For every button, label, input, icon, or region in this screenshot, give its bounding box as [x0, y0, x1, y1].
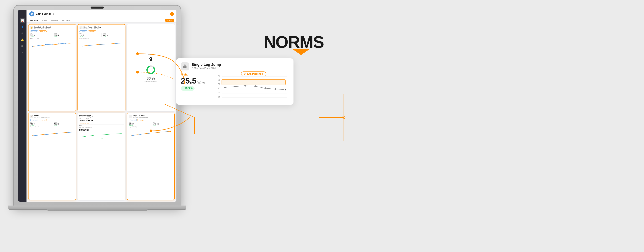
svg-point-31	[224, 86, 226, 88]
card-icon-knee-ext: 🦵	[30, 26, 33, 29]
tab-overview[interactable]: OVERVIEW	[29, 18, 38, 22]
cmj-change: ↑ 1.8%	[79, 138, 124, 139]
svg-point-2	[45, 44, 46, 45]
norms-card-icon	[181, 62, 189, 70]
pct-badges-knee-ext: ↗40th pct. ↘38th pct.	[30, 30, 74, 32]
page-wrapper: ⌂ 📊 👤 ⚙ 🔔 ▦ ≡ ZJ Zaine Jones	[0, 0, 644, 252]
card-subtitle-knee-flex: Max Force - Left & Right Side	[84, 28, 124, 29]
pct-badge-left-knee-ext: ↗40th pct.	[30, 30, 38, 32]
sidebar-item-person[interactable]: 👤	[20, 24, 25, 30]
value-left-nordic: 452 N	[30, 123, 50, 125]
sidebar-item-grid[interactable]: ▦	[20, 44, 25, 49]
card-single-leg-jump: ⬡ Single Leg Jump Max Jump Height (Imp-M…	[127, 113, 175, 200]
card-knee-flexion: 🏃 Knee Flexion - Standing Max Force - Le…	[78, 24, 126, 112]
norms-card: Single Leg Jump ⊙ Max Peak Power / BM ▾ …	[176, 58, 294, 105]
norms-body: Right 25.5 W/kg ↑ 18.3 % ⊙ 17th Percenti…	[181, 73, 289, 101]
patient-name: Zaine Jones	[36, 12, 51, 16]
tab-exercise[interactable]: EXERCISE	[50, 18, 59, 22]
label-left-slj: Left	[129, 122, 149, 123]
sidebar-item-layers[interactable]: ≡	[20, 50, 25, 55]
norms-section: NORMS Single Leg Jump ⊙	[176, 34, 327, 105]
tab-education[interactable]: EDUCATION	[62, 18, 72, 22]
value-right-nordic: 438 N	[54, 123, 74, 125]
app-ui: ⌂ 📊 👤 ⚙ 🔔 ▦ ≡ ZJ Zaine Jones	[18, 10, 176, 202]
chart-knee-ext	[30, 40, 74, 49]
sidebar-item-settings[interactable]: ⚙	[20, 31, 25, 36]
card-title-knee-ext: Knee Extension Seated	[34, 26, 74, 28]
metrics-knee-ext: Left 515 N ↑36.7% Right 502 N ↑7.5%	[30, 33, 74, 38]
card-title-knee-flex: Knee Flexion - Standing	[84, 26, 124, 28]
change-right-knee-flex: ↑0.7%	[103, 36, 124, 38]
svg-point-41	[342, 116, 345, 119]
cmj-value: 8.9W/kg	[79, 128, 124, 131]
change-right-nordic: ↑4.9%	[54, 125, 74, 126]
donut-chart	[146, 65, 156, 75]
change-left-knee-ext: ↑36.7%	[30, 36, 50, 38]
card-subtitle-nordic: Max Force - Left & Right Side	[34, 117, 74, 118]
svg-text:20: 20	[218, 92, 220, 94]
svg-point-36	[274, 88, 276, 90]
svg-text:35: 35	[218, 79, 220, 81]
add-button[interactable]: +	[170, 12, 174, 16]
chart-slj	[129, 128, 173, 138]
avg-label: average	[148, 62, 153, 64]
svg-point-35	[264, 88, 266, 89]
sessions-count: 9	[149, 56, 152, 62]
label-right-slj: Right	[152, 122, 173, 123]
norms-logo-section: NORMS	[176, 34, 327, 55]
laptop: ⌂ 📊 👤 ⚙ 🔔 ▦ ≡ ZJ Zaine Jones	[14, 5, 181, 236]
metrics-knee-flex: Left 192 N ↑13.5% Right 207 N ↑0.7%	[80, 33, 124, 38]
svg-point-8	[147, 66, 154, 74]
svg-rect-22	[222, 80, 286, 85]
card-title-slj: Single Leg Jump	[133, 115, 173, 116]
norms-card-subtitle: ⊙ Max Peak Power / BM ▾	[192, 67, 289, 69]
svg-point-5	[65, 43, 66, 44]
svg-point-37	[284, 88, 286, 90]
norms-logo: NORMS	[176, 34, 327, 50]
value-left-slj: 18 cm	[129, 123, 149, 125]
squat-right-val: 497.3N	[86, 119, 94, 122]
sidebar-item-home[interactable]: ⌂	[20, 12, 25, 17]
svg-point-33	[244, 85, 246, 86]
svg-point-10	[72, 132, 72, 132]
asym-knee-ext: Asym. 2.5% Left	[30, 38, 74, 39]
cmj-label: CMJ	[79, 125, 124, 127]
label-right-nordic: Right	[54, 122, 74, 123]
norms-chart-area: ⊙ 17th Percentile 40 35 30 25 20 15	[215, 73, 292, 101]
card-icon-knee-flex: 🏃	[80, 26, 82, 29]
card-squat: Squat Assessment Max Force - Left & Righ…	[78, 113, 126, 200]
card-title-squat: Squat Assessment	[79, 114, 124, 116]
dashboard-grid: 🦵 Knee Extension Seated Max Force Left a…	[26, 22, 176, 202]
squat-asym: Asymmetry 27.1%	[79, 122, 124, 124]
svg-text:40: 40	[218, 75, 220, 77]
svg-point-4	[58, 44, 59, 44]
change-left-knee-flex: ↑13.5%	[80, 36, 100, 38]
sidebar-item-bell[interactable]: 🔔	[20, 37, 25, 42]
asym-knee-flex: Asym. 7.6% Right	[80, 38, 124, 39]
main-content: ZJ Zaine Jones ℹ + OVERVIEW TABLE EXERCI…	[26, 10, 176, 202]
label-left-knee-flex: Left	[80, 33, 100, 34]
metrics-slj: Left 18 cm ↑49.1% Right 19.6 cm ↑6.7%	[129, 122, 173, 126]
norms-unit: W/kg	[196, 80, 205, 84]
pct-badge-right-nordic: ↘75th pct.	[39, 119, 46, 121]
norms-left: Right 25.5 W/kg ↑ 18.3 %	[181, 73, 211, 90]
squat-left-val: 76.8N	[79, 119, 85, 122]
actions-button[interactable]: Actions	[165, 19, 174, 22]
completion-label: Avg session completion	[144, 80, 157, 82]
svg-point-0	[32, 46, 33, 47]
sidebar: ⌂ 📊 👤 ⚙ 🔔 ▦ ≡	[18, 10, 26, 202]
value-left-knee-ext: 515 N	[30, 34, 50, 36]
chart-cmj	[79, 132, 124, 138]
tab-table[interactable]: TABLE	[41, 18, 47, 22]
svg-text:25: 25	[218, 87, 220, 90]
laptop-camera	[90, 6, 104, 8]
norms-chart-svg: 40 35 30 25 20 15	[215, 73, 292, 100]
card-subtitle-slj: Max Jump Height (Imp-Mom)	[133, 117, 173, 118]
change-right-slj: ↑6.7%	[152, 125, 173, 126]
svg-text:15: 15	[218, 96, 220, 98]
svg-point-32	[234, 86, 236, 88]
svg-point-3	[52, 44, 52, 45]
value-right-knee-ext: 502 N	[54, 34, 74, 36]
sidebar-item-chart[interactable]: 📊	[20, 18, 25, 23]
pct-badges-knee-flex: ↗34th pct. ↘42nd pct.	[80, 30, 124, 32]
